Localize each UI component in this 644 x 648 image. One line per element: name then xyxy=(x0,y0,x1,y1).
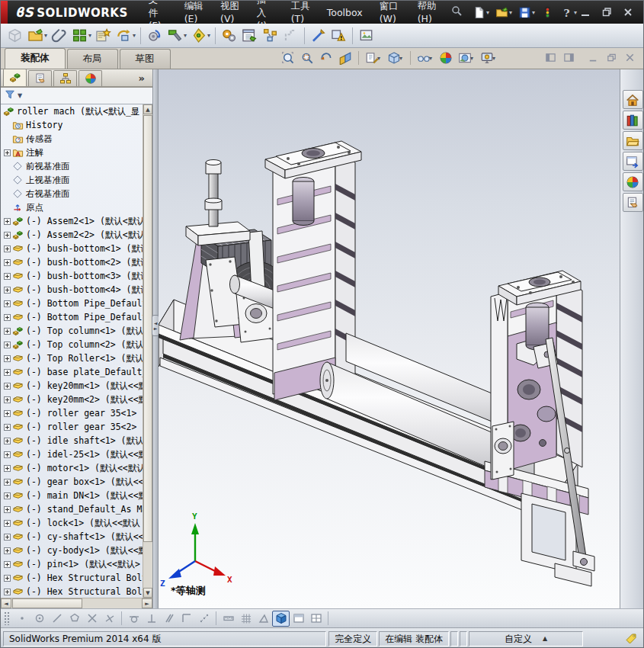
expand-plus-icon[interactable] xyxy=(4,328,11,335)
tree-row-33[interactable]: (-) Hex Structural Bolt xyxy=(1,571,143,585)
open-document-button[interactable]: ▾ xyxy=(493,5,514,21)
expand-plus-icon[interactable] xyxy=(4,492,11,499)
filter-caret-icon[interactable]: ▼ xyxy=(18,92,22,99)
panel-tab-featuremanager[interactable] xyxy=(3,69,27,86)
tree-row-14[interactable]: (-) Bottom Pipe_Default xyxy=(1,310,143,324)
tree-row-31[interactable]: (-) cy-body<1> (默认<<默 xyxy=(1,544,143,557)
exploded-view-button[interactable] xyxy=(260,25,280,46)
expand-plus-icon[interactable] xyxy=(4,534,11,541)
search-icon[interactable] xyxy=(450,5,463,20)
design-library-button[interactable] xyxy=(623,111,643,130)
window-close-button[interactable] xyxy=(622,6,634,18)
motion-study-button[interactable] xyxy=(219,25,239,46)
snap-tangent-button[interactable] xyxy=(125,611,143,627)
expand-plus-icon[interactable] xyxy=(4,149,11,156)
dropdown-caret-icon[interactable]: ▾ xyxy=(88,32,91,39)
expand-plus-icon[interactable] xyxy=(4,451,11,458)
tree-row-5[interactable]: 右视基准面 xyxy=(1,187,143,200)
tree-row-29[interactable]: (-) lock<1> (默认<<默认 xyxy=(1,516,143,530)
snap-split-horizontal-button[interactable] xyxy=(290,611,307,627)
panel-tab-displaymanager[interactable] xyxy=(78,70,102,86)
snap-angle-button[interactable] xyxy=(255,611,272,627)
expand-plus-icon[interactable] xyxy=(4,287,11,294)
scroll-right-arrow[interactable]: ► xyxy=(142,598,152,608)
pane-left-button[interactable] xyxy=(545,52,556,63)
tree-row-8[interactable]: (-) Assem2<2> (默认<默认 xyxy=(1,228,143,242)
expand-plus-icon[interactable] xyxy=(4,369,11,376)
expand-plus-icon[interactable] xyxy=(4,506,11,513)
expand-plus-icon[interactable] xyxy=(4,259,11,266)
snap-horizontal-vertical-button[interactable] xyxy=(178,611,195,627)
expand-plus-icon[interactable] xyxy=(4,245,11,252)
component-pattern-button[interactable] xyxy=(69,25,90,46)
snap-sketch-points-button[interactable] xyxy=(195,611,213,627)
expand-plus-icon[interactable] xyxy=(4,300,11,307)
status-custom-dropdown[interactable]: 自定义 ▲ xyxy=(469,631,583,646)
panel-tab-propertymanager[interactable] xyxy=(28,70,52,86)
panel-splitter[interactable]: ◄► xyxy=(153,69,159,608)
tree-row-32[interactable]: (-) pin<1> (默认<<默认> xyxy=(1,557,143,571)
window-minimize-button[interactable] xyxy=(579,6,591,18)
file-explorer-button[interactable] xyxy=(623,131,643,150)
expand-plus-icon[interactable] xyxy=(4,589,11,595)
tree-row-21[interactable]: (-) roller gear 35<1> ( xyxy=(1,406,143,420)
menu-item-5[interactable]: Toolbox xyxy=(319,3,371,22)
performance-button[interactable] xyxy=(539,5,556,21)
dropdown-caret-icon[interactable]: ▾ xyxy=(399,55,402,62)
tree-row-1[interactable]: 传感器 xyxy=(1,132,143,146)
graphics-viewport[interactable]: Y X Z *等轴测 xyxy=(159,69,620,608)
expand-plus-icon[interactable] xyxy=(4,465,11,472)
tree-row-27[interactable]: (-) main DN<1> (默认<<默 xyxy=(1,489,143,502)
tree-row-22[interactable]: (-) roller gear 35<2> ( xyxy=(1,420,143,434)
explode-line-sketch-button[interactable] xyxy=(280,25,301,46)
expand-plus-icon[interactable] xyxy=(4,396,11,403)
horizontal-scroll-thumb[interactable] xyxy=(12,598,82,608)
snap-grid-button[interactable] xyxy=(237,611,255,627)
tree-row-18[interactable]: (-) base plate_Default_ xyxy=(1,365,143,379)
smart-components-button[interactable] xyxy=(144,25,165,46)
tab-0[interactable]: 装配体 xyxy=(5,48,66,69)
toolbar-drag-handle[interactable] xyxy=(4,611,10,625)
dropdown-caret-icon[interactable]: ▾ xyxy=(492,55,495,62)
snap-nearest-button[interactable] xyxy=(101,611,118,627)
expand-plus-icon[interactable] xyxy=(4,218,11,225)
expand-plus-icon[interactable] xyxy=(4,410,11,417)
expand-plus-icon[interactable] xyxy=(4,438,11,444)
take-snapshot-button[interactable] xyxy=(356,25,376,46)
tree-row-19[interactable]: (-) key20mm<1> (默认<<默 xyxy=(1,379,143,393)
tree-row-4[interactable]: 上视基准面 xyxy=(1,173,143,187)
tree-row-16[interactable]: (-) Top column<2> (默认 xyxy=(1,338,143,351)
machine-right-column[interactable] xyxy=(485,271,591,586)
tree-row-9[interactable]: (-) bush-bottom<1> (默认 xyxy=(1,242,143,255)
tree-vertical-scrollbar[interactable]: ▲ ▼ xyxy=(143,104,152,598)
snap-length-button[interactable] xyxy=(219,611,237,627)
tree-row-26[interactable]: (-) gear box<1> (默认<< xyxy=(1,475,143,489)
scroll-left-arrow[interactable]: ◄ xyxy=(1,598,11,608)
tree-row-24[interactable]: (-) idel-25<1> (默认<<默 xyxy=(1,448,143,461)
snap-line-button[interactable] xyxy=(48,611,66,627)
appearances-scenes-button[interactable] xyxy=(623,172,643,191)
tree-horizontal-scrollbar[interactable]: ◄ ► xyxy=(1,598,152,608)
solidworks-resources-button[interactable] xyxy=(623,90,643,109)
dropdown-caret-icon[interactable]: ▾ xyxy=(184,32,187,39)
tab-2[interactable]: 草图 xyxy=(120,49,171,69)
dropdown-caret-icon[interactable]: ▾ xyxy=(574,9,577,16)
expand-plus-icon[interactable] xyxy=(4,479,11,486)
view-orientation-button[interactable]: ▾ xyxy=(364,50,383,66)
tree-row-34[interactable]: (-) Hex Structural Bolt xyxy=(1,585,143,598)
assembly-xpert-button[interactable] xyxy=(328,25,349,46)
tree-row-6[interactable]: 原点 xyxy=(1,200,143,214)
window-restore-button[interactable] xyxy=(601,6,613,18)
horizontal-scroll-track[interactable] xyxy=(82,598,142,608)
snap-center-button[interactable] xyxy=(30,611,48,627)
assembly-3d-model[interactable]: Y X Z xyxy=(159,69,620,608)
dropdown-caret-icon[interactable]: ▾ xyxy=(470,55,473,62)
snap-shaded-cube-button[interactable] xyxy=(272,611,290,627)
tree-row-20[interactable]: (-) key20mm<2> (默认<<默 xyxy=(1,393,143,406)
scroll-up-arrow[interactable]: ▲ xyxy=(143,104,152,114)
tree-row-3[interactable]: 前视基准面 xyxy=(1,159,143,173)
tree-row-28[interactable]: (-) stand_Default_As Ma xyxy=(1,502,143,516)
view-settings-button[interactable]: ▾ xyxy=(479,50,498,66)
dropdown-caret-icon[interactable]: ▾ xyxy=(377,55,380,62)
doc-restore-button[interactable] xyxy=(606,52,617,63)
